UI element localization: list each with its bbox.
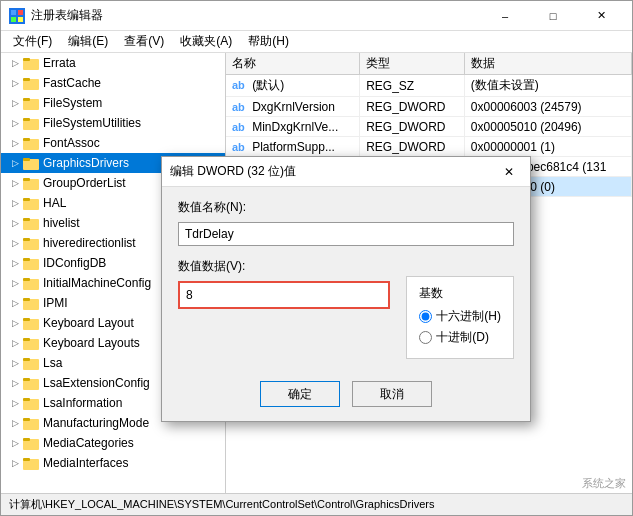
radio-dec-text: 十进制(D): [436, 329, 489, 346]
tree-label: IPMI: [43, 296, 68, 310]
row-data: 0x00006003 (24579): [464, 97, 631, 117]
folder-icon: [23, 56, 39, 70]
data-label: 数值数据(V):: [178, 258, 390, 275]
expand-arrow: ▷: [9, 337, 21, 349]
expand-arrow: ▷: [9, 437, 21, 449]
folder-icon: [23, 236, 39, 250]
folder-icon: [23, 256, 39, 270]
menu-view[interactable]: 查看(V): [116, 31, 172, 52]
row-type: REG_SZ: [360, 75, 465, 97]
table-row[interactable]: ab (默认) REG_SZ (数值未设置): [226, 75, 632, 97]
svg-rect-19: [23, 198, 30, 201]
menu-file[interactable]: 文件(F): [5, 31, 60, 52]
svg-rect-11: [23, 118, 30, 121]
table-row[interactable]: ab PlatformSupp... REG_DWORD 0x00000001 …: [226, 137, 632, 157]
row-name: ab DxgKrnlVersion: [226, 97, 360, 117]
value-input[interactable]: [178, 281, 390, 309]
expand-arrow: ▷: [9, 237, 21, 249]
tree-label: GroupOrderList: [43, 176, 126, 190]
dialog-close-button[interactable]: ✕: [496, 159, 522, 185]
svg-rect-41: [23, 418, 30, 421]
dialog-title-bar: 编辑 DWORD (32 位)值 ✕: [162, 157, 530, 187]
tree-label: FontAssoc: [43, 136, 100, 150]
folder-icon: [23, 136, 39, 150]
tree-label: InitialMachineConfig: [43, 276, 151, 290]
tree-label: hiveredirectionlist: [43, 236, 136, 250]
ok-button[interactable]: 确定: [260, 381, 340, 407]
expand-arrow: ▷: [9, 457, 21, 469]
row-type: REG_DWORD: [360, 137, 465, 157]
svg-rect-43: [23, 438, 30, 441]
expand-arrow: ▷: [9, 57, 21, 69]
col-data: 数据: [464, 53, 631, 75]
expand-arrow: ▷: [9, 397, 21, 409]
menu-edit[interactable]: 编辑(E): [60, 31, 116, 52]
folder-icon: [23, 316, 39, 330]
tree-label: HAL: [43, 196, 66, 210]
radio-hex[interactable]: [419, 310, 432, 323]
svg-rect-0: [11, 10, 16, 15]
tree-item-filesystem[interactable]: ▷ FileSystem: [1, 93, 225, 113]
name-label: 数值名称(N):: [178, 199, 514, 216]
row-name: ab PlatformSupp...: [226, 137, 360, 157]
expand-arrow: ▷: [9, 277, 21, 289]
row-data: (数值未设置): [464, 75, 631, 97]
row-data: 0x00000001 (1): [464, 137, 631, 157]
tree-label: GraphicsDrivers: [43, 156, 129, 170]
col-type: 类型: [360, 53, 465, 75]
svg-rect-5: [23, 58, 30, 61]
window-title: 注册表编辑器: [31, 7, 482, 24]
radio-hex-text: 十六进制(H): [436, 308, 501, 325]
minimize-button[interactable]: –: [482, 1, 528, 31]
folder-icon: [23, 356, 39, 370]
svg-rect-39: [23, 398, 30, 401]
table-row[interactable]: ab MinDxgKrnlVe... REG_DWORD 0x00005010 …: [226, 117, 632, 137]
dialog-body: 数值名称(N): 数值数据(V): 基数 十六进制(H): [162, 187, 530, 371]
svg-rect-3: [18, 17, 23, 22]
radio-dec-label[interactable]: 十进制(D): [419, 329, 501, 346]
maximize-button[interactable]: □: [530, 1, 576, 31]
cancel-button[interactable]: 取消: [352, 381, 432, 407]
tree-label: MediaCategories: [43, 436, 134, 450]
svg-rect-37: [23, 378, 30, 381]
tree-label: Lsa: [43, 356, 62, 370]
window-controls: – □ ✕: [482, 1, 624, 31]
folder-icon: [23, 276, 39, 290]
close-button[interactable]: ✕: [578, 1, 624, 31]
table-row[interactable]: ab DxgKrnlVersion REG_DWORD 0x00006003 (…: [226, 97, 632, 117]
status-bar: 计算机\HKEY_LOCAL_MACHINE\SYSTEM\CurrentCon…: [1, 493, 632, 515]
row-name: ab (默认): [226, 75, 360, 97]
folder-icon: [23, 116, 39, 130]
expand-arrow: ▷: [9, 217, 21, 229]
folder-icon: [23, 216, 39, 230]
svg-rect-13: [23, 138, 30, 141]
tree-label: ManufacturingMode: [43, 416, 149, 430]
tree-item-fastcache[interactable]: ▷ FastCache: [1, 73, 225, 93]
radio-dec[interactable]: [419, 331, 432, 344]
expand-arrow: ▷: [9, 297, 21, 309]
folder-icon: [23, 76, 39, 90]
folder-icon: [23, 296, 39, 310]
expand-arrow: ▷: [9, 157, 21, 169]
expand-arrow: ▷: [9, 357, 21, 369]
folder-icon: [23, 436, 39, 450]
svg-rect-23: [23, 238, 30, 241]
tree-item-errata[interactable]: ▷ Errata: [1, 53, 225, 73]
folder-icon: [23, 96, 39, 110]
name-input[interactable]: [178, 222, 514, 246]
tree-item-mediacategories[interactable]: ▷ MediaCategories: [1, 433, 225, 453]
tree-item-mediainterfaces[interactable]: ▷ MediaInterfaces: [1, 453, 225, 473]
svg-rect-21: [23, 218, 30, 221]
menu-help[interactable]: 帮助(H): [240, 31, 297, 52]
expand-arrow: ▷: [9, 177, 21, 189]
dword-dialog: 编辑 DWORD (32 位)值 ✕ 数值名称(N): 数值数据(V): 基数: [161, 156, 531, 422]
tree-item-filesystemutilities[interactable]: ▷ FileSystemUtilities: [1, 113, 225, 133]
tree-item-fontassoc[interactable]: ▷ FontAssoc: [1, 133, 225, 153]
expand-arrow: ▷: [9, 77, 21, 89]
tree-label: hivelist: [43, 216, 80, 230]
menu-favorites[interactable]: 收藏夹(A): [172, 31, 240, 52]
folder-icon: [23, 456, 39, 470]
app-icon: [9, 8, 25, 24]
radio-hex-label[interactable]: 十六进制(H): [419, 308, 501, 325]
tree-label: IDConfigDB: [43, 256, 106, 270]
